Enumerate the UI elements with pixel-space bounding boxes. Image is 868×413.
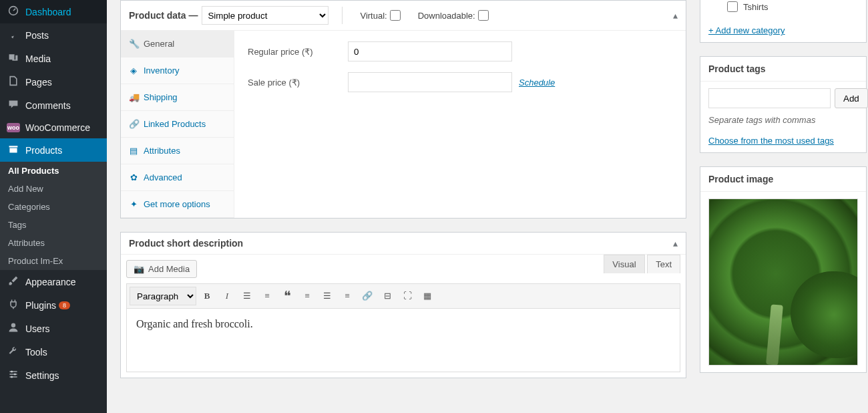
product-tags-box: Product tags Add Separate tags with comm…: [700, 56, 867, 153]
menu-label: Appearance: [25, 277, 76, 287]
menu-label: Plugins: [25, 300, 56, 311]
menu-appearance[interactable]: Appearance: [0, 270, 107, 293]
tab-get-more[interactable]: ✦Get more options: [121, 191, 234, 218]
downloadable-checkbox-label[interactable]: Downloadable:: [418, 10, 489, 21]
menu-settings[interactable]: Settings: [0, 364, 107, 387]
toolbar-toggle-button[interactable]: ▦: [418, 287, 437, 305]
svg-point-4: [11, 376, 13, 378]
regular-price-input[interactable]: [348, 41, 512, 61]
add-tag-button[interactable]: Add: [835, 88, 868, 108]
plugins-badge: 8: [59, 301, 70, 309]
link-icon: 🔗: [129, 119, 138, 129]
brush-icon: [7, 275, 20, 288]
menu-woocommerce[interactable]: wooWooCommerce: [0, 117, 107, 138]
menu-comments[interactable]: Comments: [0, 94, 107, 117]
archive-icon: [7, 144, 20, 156]
products-submenu: All Products Add New Categories Tags Att…: [0, 162, 107, 270]
editor-content[interactable]: Organic and fresh broccoli.: [126, 309, 680, 372]
dashboard-icon: [7, 5, 20, 18]
menu-label: Comments: [25, 100, 71, 111]
product-image-box: Product image: [700, 166, 867, 373]
menu-products[interactable]: Products: [0, 138, 107, 162]
quote-button[interactable]: ❝: [278, 287, 296, 305]
tab-linked-products[interactable]: 🔗Linked Products: [121, 111, 234, 138]
panel-toggle-icon[interactable]: ▴: [673, 238, 678, 249]
svg-point-1: [11, 323, 15, 327]
bullet-list-button[interactable]: ☰: [238, 287, 256, 305]
media-icon: [7, 52, 20, 65]
virtual-checkbox[interactable]: [390, 10, 401, 21]
tab-general[interactable]: 🔧General: [121, 31, 234, 57]
short-desc-title: Product short description: [129, 238, 243, 249]
comment-icon: [7, 99, 20, 112]
tab-inventory[interactable]: ◈Inventory: [121, 57, 234, 84]
editor-tab-visual[interactable]: Visual: [604, 255, 644, 273]
menu-label: Tools: [25, 347, 47, 358]
readmore-button[interactable]: ⊟: [378, 287, 397, 305]
align-right-button[interactable]: ≡: [338, 287, 357, 305]
add-category-link[interactable]: + Add new category: [708, 25, 785, 35]
gear-icon: ✿: [129, 172, 138, 182]
downloadable-checkbox[interactable]: [478, 10, 489, 21]
tags-title: Product tags: [700, 57, 866, 82]
align-left-button[interactable]: ≡: [298, 287, 316, 305]
menu-label: Settings: [25, 370, 59, 381]
menu-pages[interactable]: Pages: [0, 70, 107, 94]
menu-label: Users: [25, 323, 50, 334]
menu-users[interactable]: Users: [0, 317, 107, 340]
product-data-panel: Product data — Simple product Virtual: D…: [120, 0, 686, 219]
image-title: Product image: [700, 167, 866, 192]
sub-tags[interactable]: Tags: [0, 216, 107, 234]
regular-price-label: Regular price (₹): [248, 47, 348, 57]
menu-media[interactable]: Media: [0, 47, 107, 70]
panel-toggle-icon[interactable]: ▴: [673, 10, 678, 21]
wrench-icon: [7, 346, 20, 358]
editor-toolbar: Paragraph B I ☰ ≡ ❝ ≡ ☰ ≡ 🔗 ⊟ ⛶ ▦: [126, 283, 680, 309]
inventory-icon: ◈: [129, 65, 138, 76]
product-type-select[interactable]: Simple product: [202, 6, 329, 25]
sale-price-input[interactable]: [348, 72, 512, 92]
virtual-checkbox-label[interactable]: Virtual:: [360, 10, 400, 21]
plug-icon: [7, 299, 20, 311]
wrench-icon: 🔧: [129, 39, 138, 49]
truck-icon: 🚚: [129, 92, 138, 102]
pin-icon: [7, 29, 20, 41]
svg-point-3: [14, 373, 16, 375]
italic-button[interactable]: I: [218, 287, 236, 305]
choose-tags-link[interactable]: Choose from the most used tags: [708, 136, 834, 146]
product-data-title: Product data —: [129, 10, 198, 21]
menu-posts[interactable]: Posts: [0, 23, 107, 47]
sub-add-new[interactable]: Add New: [0, 180, 107, 198]
format-select[interactable]: Paragraph: [130, 287, 196, 305]
tab-attributes[interactable]: ▤Attributes: [121, 138, 234, 164]
menu-label: Media: [25, 53, 51, 64]
user-icon: [7, 322, 20, 335]
tags-hint: Separate tags with commas: [708, 115, 858, 125]
menu-label: WooCommerce: [25, 122, 90, 133]
menu-label: Dashboard: [25, 7, 71, 17]
sparkle-icon: ✦: [129, 199, 138, 209]
sub-all-products[interactable]: All Products: [0, 162, 107, 180]
menu-plugins[interactable]: Plugins8: [0, 293, 107, 317]
tags-input[interactable]: [708, 88, 831, 108]
menu-dashboard[interactable]: Dashboard: [0, 0, 107, 23]
number-list-button[interactable]: ≡: [258, 287, 276, 305]
cat-tshirts-checkbox[interactable]: [727, 1, 738, 12]
camera-icon: 📷: [134, 264, 144, 274]
link-button[interactable]: 🔗: [358, 287, 377, 305]
sub-categories[interactable]: Categories: [0, 198, 107, 216]
tab-shipping[interactable]: 🚚Shipping: [121, 84, 234, 111]
add-media-button[interactable]: 📷Add Media: [126, 260, 197, 278]
schedule-link[interactable]: Schedule: [519, 78, 555, 88]
align-center-button[interactable]: ☰: [318, 287, 337, 305]
sub-product-imex[interactable]: Product Im-Ex: [0, 252, 107, 270]
woo-icon: woo: [7, 123, 20, 132]
menu-tools[interactable]: Tools: [0, 340, 107, 364]
bold-button[interactable]: B: [198, 287, 216, 305]
short-description-panel: Product short description▴ 📷Add Media Vi…: [120, 232, 686, 378]
tab-advanced[interactable]: ✿Advanced: [121, 164, 234, 191]
sub-attributes[interactable]: Attributes: [0, 234, 107, 252]
fullscreen-button[interactable]: ⛶: [398, 287, 417, 305]
product-image[interactable]: [708, 198, 858, 366]
editor-tab-text[interactable]: Text: [647, 255, 680, 273]
